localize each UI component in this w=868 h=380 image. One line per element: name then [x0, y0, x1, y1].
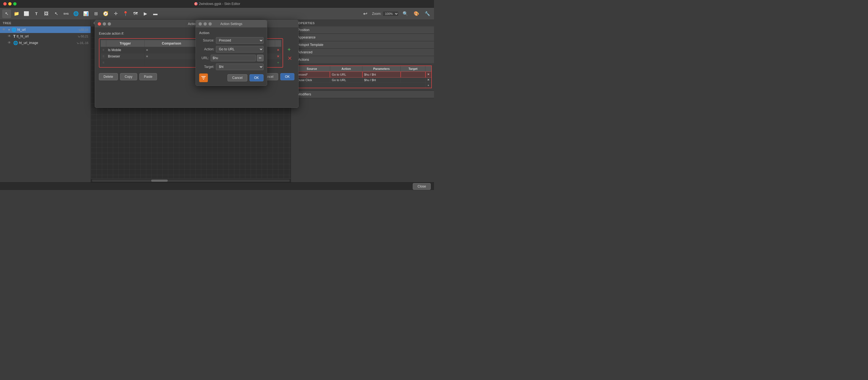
drag-handle-2[interactable]: ⠿ [101, 60, 106, 66]
action-action-1[interactable]: Go to URL [330, 77, 362, 83]
globe-tool[interactable]: 🌐 [71, 9, 81, 18]
dialog-close-button[interactable] [98, 22, 101, 26]
action-row-mouseclick[interactable]: Mouse Click Go to URL $hu / $ht ✕ [293, 77, 432, 83]
as-close-button[interactable] [198, 22, 202, 26]
zoom-select[interactable]: 100% 50% 75% 150% 200% [382, 11, 399, 16]
filter-icon-button[interactable] [199, 73, 208, 82]
drag-handle-1[interactable]: ⠿ [101, 53, 106, 60]
scrollbar-thumb[interactable] [151, 179, 168, 182]
action-select[interactable]: Go to URL Open Popup Close Popup [216, 46, 264, 53]
chart-tool[interactable]: 📊 [82, 9, 90, 18]
dialog-max-button[interactable] [108, 22, 111, 26]
tree-panel: Tree 👁 ▼ 🌐 ht_url ↘50,16 👁 T tt_ht_url ↘… [0, 20, 91, 182]
as-dialog-tb-buttons [198, 22, 212, 26]
paste-button[interactable]: Paste [140, 73, 157, 80]
close-button[interactable] [3, 2, 7, 5]
section-position-header[interactable]: ▶ Position [291, 26, 434, 34]
target-select[interactable]: $ht _blank _self [216, 64, 264, 70]
window-tool[interactable]: ⬜ [22, 9, 31, 18]
image-tool[interactable]: 🖼 [42, 9, 51, 18]
visibility-icon-0[interactable]: 👁 [2, 28, 7, 32]
comparison-1[interactable]: = [144, 53, 199, 60]
action-source-0[interactable]: Pressed* [293, 72, 330, 77]
node-icon-2: 🌐 [13, 41, 18, 45]
action-params-0[interactable]: $hu / $ht [363, 72, 401, 77]
action-row-pressed[interactable]: Pressed* Go to URL $hu / $ht ✕ [293, 72, 432, 77]
action-target-1[interactable] [401, 77, 426, 83]
as-min-button[interactable] [204, 22, 207, 26]
col-trigger: Trigger [106, 40, 145, 47]
delete-button[interactable]: Delete [99, 73, 118, 80]
ok-button[interactable]: OK [280, 73, 294, 80]
folder-tool[interactable]: 📁 [12, 9, 21, 18]
visibility-icon-1[interactable]: 👁 [8, 34, 12, 38]
close-app-button[interactable]: Close [413, 183, 431, 190]
section-hotspot-header[interactable]: ▶ Hotspot Template [291, 41, 434, 48]
svg-tool[interactable]: SVG [62, 9, 70, 18]
palette-button[interactable]: 🎨 [412, 9, 421, 18]
as-right-buttons: Cancel OK [227, 74, 264, 81]
text-tool[interactable]: T [32, 9, 41, 18]
action-action-0[interactable]: Go to URL [330, 72, 362, 77]
expand-icon-0[interactable]: ▼ [8, 28, 10, 31]
slider-tool[interactable]: ▬ [151, 9, 160, 18]
trigger-0[interactable]: Is Mobile [106, 47, 145, 53]
add-filter-button[interactable]: + [285, 46, 294, 53]
tools-button[interactable]: 🔧 [423, 9, 432, 18]
remove-1[interactable]: ✕ [275, 53, 281, 60]
remove-filter-button[interactable]: ✕ [285, 55, 294, 62]
action-settings-content: Action Source: Pressed Mouse Click Mouse… [196, 28, 267, 85]
col-drag [101, 40, 106, 47]
maximize-button[interactable] [13, 2, 17, 5]
comparison-0[interactable]: = [144, 47, 199, 53]
section-actions-header[interactable]: ▼ Actions [291, 56, 434, 63]
url-input[interactable] [211, 55, 256, 61]
tree-item-ht-url[interactable]: 👁 ▼ 🌐 ht_url ↘50,16 [0, 26, 91, 33]
grid-tool[interactable]: ⊞ [91, 9, 100, 18]
canvas-scrollbar-horizontal[interactable] [91, 178, 291, 182]
comparison-2[interactable] [144, 60, 199, 66]
url-edit-button[interactable]: ✏ [257, 55, 264, 61]
toolbar: ↖ 📁 ⬜ T 🖼 ↖ SVG 🌐 📊 ⊞ 🧭 ✛ 📍 🗺 ▶ ▬ ↩ Zoom… [0, 8, 434, 20]
compass-tool[interactable]: 🧭 [101, 9, 110, 18]
as-max-button[interactable] [209, 22, 212, 26]
section-actions: ▼ Actions Source Action Parameters Targe… [291, 56, 434, 91]
remove-0[interactable]: ✕ [275, 47, 281, 53]
crosshair-tool[interactable]: ✛ [111, 9, 120, 18]
dialog-min-button[interactable] [103, 22, 106, 26]
add-row[interactable]: + [275, 60, 281, 66]
drag-handle-0[interactable]: ⠿ [101, 47, 106, 53]
as-cancel-button[interactable]: Cancel [227, 74, 247, 81]
trigger-1[interactable]: Browser [106, 53, 145, 60]
node-coords-0: ↘50,16 [78, 28, 88, 32]
select-tool[interactable]: ↖ [2, 9, 11, 18]
section-modifiers-header[interactable]: ▶ Modifiers [291, 91, 434, 98]
action-target-0[interactable] [401, 72, 426, 77]
section-appearance-header[interactable]: ▶ Appearance [291, 34, 434, 41]
action-source-1[interactable]: Mouse Click [293, 77, 330, 83]
tree-item-tt-ht-url[interactable]: 👁 T tt_ht_url ↘-50,21 [0, 33, 91, 40]
map-tool[interactable]: 🗺 [131, 9, 140, 18]
minimize-button[interactable] [8, 2, 11, 5]
section-modifiers: ▶ Modifiers [291, 91, 434, 98]
as-ok-button[interactable]: OK [249, 74, 264, 81]
statusbar: Close [0, 182, 434, 190]
cursor-tool[interactable]: ↖ [52, 9, 61, 18]
copy-button[interactable]: Copy [120, 73, 137, 80]
search-button[interactable]: 🔍 [401, 9, 410, 18]
node-label-0: ht_url [17, 28, 78, 32]
undo-button[interactable]: ↩ [361, 9, 370, 18]
source-select[interactable]: Pressed Mouse Click Mouse Over [216, 37, 264, 44]
action-params-1[interactable]: $hu / $ht [363, 77, 401, 83]
visibility-icon-2[interactable]: 👁 [8, 41, 12, 45]
toolbar-right: ↩ Zoom: 100% 50% 75% 150% 200% 🔍 🎨 🔧 [361, 9, 432, 18]
section-advanced-header[interactable]: ▶ Advanced [291, 49, 434, 56]
trigger-2[interactable] [106, 60, 145, 66]
node-label-1: tt_ht_url [17, 34, 76, 38]
action-remove-1[interactable]: ✕ [426, 77, 432, 83]
video-tool[interactable]: ▶ [141, 9, 150, 18]
action-add-button[interactable]: + [426, 83, 432, 88]
pin-tool[interactable]: 📍 [121, 9, 130, 18]
action-remove-0[interactable]: ✕ [426, 72, 432, 77]
tree-item-ht-url-image[interactable]: 👁 🌐 ht_url_image ↘-16,-16 [0, 40, 91, 46]
